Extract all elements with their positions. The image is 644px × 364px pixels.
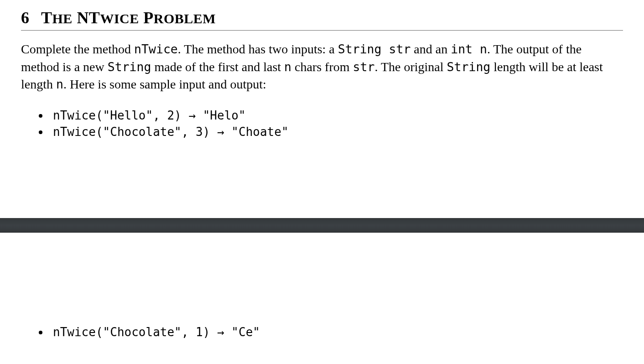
list-item: nTwice("Hello", 2) → "Helo" [49,107,623,124]
sample-list-page2: nTwice("Chocolate", 1) → "Ce" [21,324,623,340]
section-heading: 6 THE NTWICE PROBLEM [21,8,623,31]
list-item: nTwice("Chocolate", 3) → "Choate" [49,124,623,140]
list-item: nTwice("Chocolate", 1) → "Ce" [49,324,623,340]
page-separator [0,218,644,233]
section-title: THE NTWICE PROBLEM [41,8,216,27]
sample-list-page1: nTwice("Hello", 2) → "Helo" nTwice("Choc… [21,107,623,140]
section-number: 6 [21,8,29,27]
page-1: 6 THE NTWICE PROBLEM Complete the method… [0,0,644,140]
problem-description: Complete the method nTwice. The method h… [21,41,623,94]
page-2: nTwice("Chocolate", 1) → "Ce" [0,233,644,340]
